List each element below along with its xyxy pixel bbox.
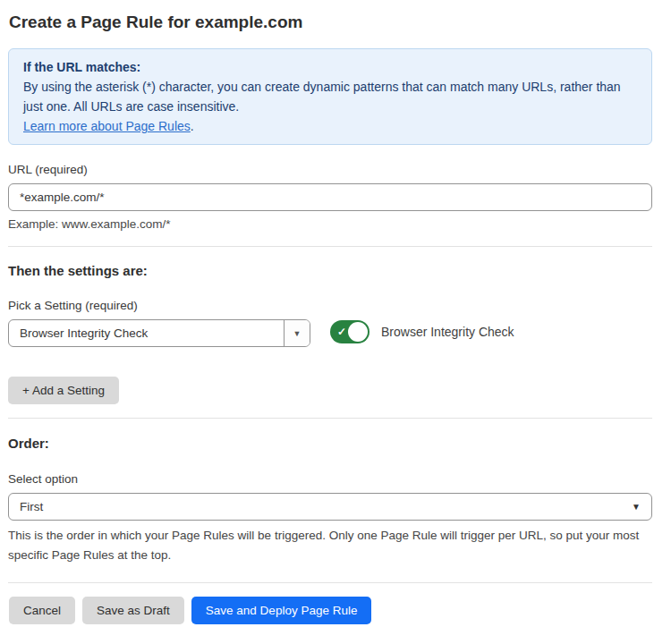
cancel-button[interactable]: Cancel [9,597,75,624]
order-help-text: This is the order in which your Page Rul… [8,526,652,565]
url-match-info-box: If the URL matches: By using the asteris… [8,48,652,145]
info-box-heading: If the URL matches: [23,57,637,77]
divider [8,246,652,247]
setting-picker-column: Pick a Setting (required) Browser Integr… [8,279,310,347]
info-box-link-line: Learn more about Page Rules. [23,116,637,136]
order-select[interactable]: First ▼ [8,493,652,521]
url-example-hint: Example: www.example.com/* [8,217,652,232]
setting-toggle[interactable]: ✓ [330,320,369,343]
url-input[interactable] [8,183,652,211]
chevron-down-icon: ▼ [632,502,641,512]
chevron-down-icon[interactable]: ▼ [284,320,310,346]
setting-dropdown[interactable]: Browser Integrity Check ▼ [8,319,310,347]
settings-heading: Then the settings are: [8,263,652,279]
toggle-knob [348,322,368,342]
setting-picker-label: Pick a Setting (required) [8,299,310,313]
setting-row: Pick a Setting (required) Browser Integr… [8,279,652,347]
setting-dropdown-value: Browser Integrity Check [9,320,284,346]
save-deploy-button[interactable]: Save and Deploy Page Rule [191,597,372,624]
url-label: URL (required) [8,163,652,177]
order-select-label: Select option [8,472,652,487]
divider [8,418,652,419]
add-setting-button[interactable]: + Add a Setting [8,377,119,404]
check-icon: ✓ [337,326,346,337]
setting-toggle-label: Browser Integrity Check [381,325,514,339]
save-draft-button[interactable]: Save as Draft [82,597,184,624]
create-page-rule-form: Create a Page Rule for example.com If th… [0,0,671,624]
order-select-value: First [20,500,43,513]
link-suffix: . [191,119,194,133]
learn-more-link[interactable]: Learn more about Page Rules [23,119,191,133]
info-box-body: By using the asterisk (*) character, you… [23,77,637,116]
order-heading: Order: [8,436,652,452]
footer-actions: Cancel Save as Draft Save and Deploy Pag… [9,597,652,624]
divider [8,582,652,583]
page-title: Create a Page Rule for example.com [9,12,652,32]
setting-toggle-group: ✓ Browser Integrity Check [330,320,514,343]
